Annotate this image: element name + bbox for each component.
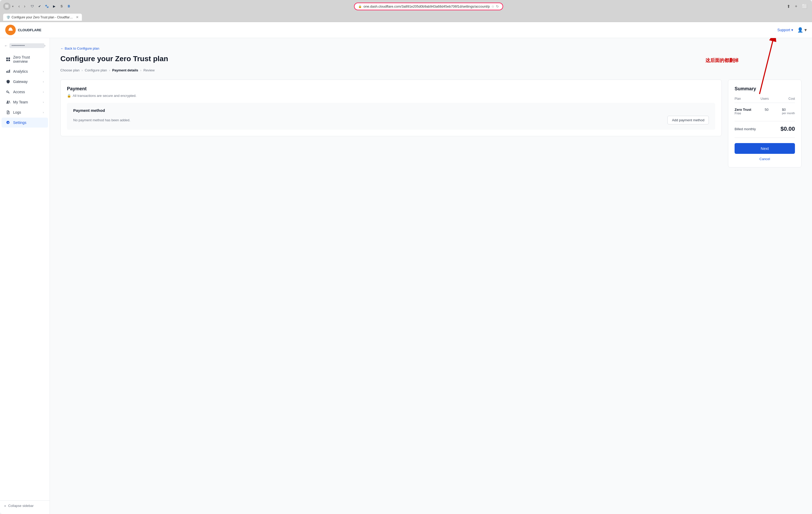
payment-subtitle: 🔒 All transactions are secure and encryp… xyxy=(67,94,715,98)
support-chevron-icon: ▾ xyxy=(791,28,793,32)
browser-controls: ⬜ ▾ xyxy=(3,3,13,10)
plan-name: Zero Trust xyxy=(734,108,751,112)
content-area: ← Back to Configure plan Configure your … xyxy=(50,38,812,514)
doc-icon xyxy=(6,110,10,115)
key-icon xyxy=(6,89,10,94)
sidebar-item-analytics[interactable]: Analytics › xyxy=(2,66,48,76)
summary-row: Zero Trust Free 50 $0 per month xyxy=(734,106,795,117)
people-icon xyxy=(6,100,10,105)
tab-close-icon[interactable]: ✕ xyxy=(76,15,79,19)
svg-rect-2 xyxy=(8,57,10,59)
add-payment-method-button[interactable]: Add payment method xyxy=(667,116,709,124)
breadcrumb-configure-plan[interactable]: Configure plan xyxy=(85,68,107,72)
ext-s-icon[interactable]: S xyxy=(59,3,65,9)
sidebar-item-label: Settings xyxy=(13,120,44,125)
summary-divider xyxy=(734,121,795,121)
lock-small-icon: 🔒 xyxy=(67,94,71,98)
collapse-sidebar-btn[interactable]: « Collapse sidebar xyxy=(4,504,46,508)
back-arrow-icon[interactable]: ← xyxy=(4,44,8,48)
sidebar-item-zero-trust-overview[interactable]: Zero Trust overview xyxy=(2,53,48,66)
browser-tab[interactable]: 🛡️ Configure your Zero Trust plan - Clou… xyxy=(3,13,82,21)
lock-icon: 🔒 xyxy=(358,5,362,8)
plan-name-cell: Zero Trust Free xyxy=(734,108,751,115)
no-payment-row: No payment method has been added. Add pa… xyxy=(73,116,709,124)
ext-dog-icon[interactable]: 🐾 xyxy=(44,3,50,9)
reload-icon[interactable]: ↻ xyxy=(496,4,499,8)
svg-point-5 xyxy=(6,91,8,92)
sidebar-item-label: Zero Trust overview xyxy=(13,55,44,63)
col-cost-header: Cost xyxy=(788,97,795,101)
collapse-icon: « xyxy=(4,504,6,508)
browser-actions: ⬆ + ⬜ xyxy=(785,3,809,10)
sidebar-item-my-team[interactable]: My Team › xyxy=(2,97,48,107)
tabs-btn[interactable]: ⬜ xyxy=(801,3,809,10)
back-link-text: ← Back to Configure plan xyxy=(60,47,99,50)
grid-icon xyxy=(6,57,10,62)
main-layout: ← •••••••••••• › Zero Trust overview xyxy=(0,38,812,514)
side-col: Summary Plan Users Cost Zero Trust xyxy=(728,80,802,168)
tab-title: Configure your Zero Trust plan - Cloudfl… xyxy=(11,16,73,19)
ext-play-icon[interactable]: ▶ xyxy=(51,3,57,9)
payment-subtitle-text: All transactions are secure and encrypte… xyxy=(73,94,137,98)
cloudflare-logo: CLOUDFLARE xyxy=(5,25,41,35)
ext-b-icon[interactable]: B xyxy=(66,3,72,9)
chevron-right-icon: › xyxy=(43,111,44,114)
forward-browser-btn[interactable]: › xyxy=(22,3,27,10)
col-users-header: Users xyxy=(760,97,769,101)
sidebar-item-settings[interactable]: Settings xyxy=(2,118,48,127)
bookmark-icon[interactable]: ☆ xyxy=(491,4,494,8)
sidebar-toggle-btn[interactable]: ⬜ xyxy=(3,3,10,10)
breadcrumb-review[interactable]: Review xyxy=(144,68,155,72)
address-bar-container: 🔒 one.dash.cloudflare.com/3a891e205d0b9a… xyxy=(74,3,783,10)
cost-value: $0 xyxy=(782,108,795,112)
next-button[interactable]: Next xyxy=(734,143,795,154)
tab-bar: 🛡️ Configure your Zero Trust plan - Clou… xyxy=(0,12,812,22)
url-text[interactable]: one.dash.cloudflare.com/3a891e205d0b9ab9… xyxy=(364,4,490,8)
sidebar-item-label: Logs xyxy=(13,110,40,114)
breadcrumb-sep-3: › xyxy=(140,68,141,72)
sidebar-account: ← •••••••••••• › xyxy=(0,41,50,50)
cloudflare-wordmark: CLOUDFLARE xyxy=(18,28,41,32)
sidebar-item-label: Gateway xyxy=(13,80,40,84)
users-count-cell: 50 xyxy=(765,108,768,112)
support-label: Support xyxy=(777,28,790,32)
support-button[interactable]: Support ▾ xyxy=(777,28,793,32)
payment-method-title: Payment method xyxy=(73,108,709,113)
account-chevron-icon[interactable]: › xyxy=(45,44,46,48)
svg-rect-4 xyxy=(8,60,10,61)
header-right: Support ▾ 👤 ▾ xyxy=(777,27,807,33)
app-container: CLOUDFLARE Support ▾ 👤 ▾ ← •••••••••••• … xyxy=(0,22,812,514)
collapse-label: Collapse sidebar xyxy=(8,504,34,508)
sidebar-item-access[interactable]: Access › xyxy=(2,87,48,97)
payment-method-section: Payment method No payment method has bee… xyxy=(67,103,715,130)
sidebar-item-logs[interactable]: Logs › xyxy=(2,107,48,117)
no-payment-text: No payment method has been added. xyxy=(73,118,130,122)
back-browser-btn[interactable]: ‹ xyxy=(17,3,21,10)
ext-check-icon[interactable]: ✔ xyxy=(36,3,43,9)
address-bar[interactable]: 🔒 one.dash.cloudflare.com/3a891e205d0b9a… xyxy=(354,3,503,10)
chevron-right-icon: › xyxy=(43,90,44,93)
chart-icon xyxy=(6,69,10,74)
summary-card: Summary Plan Users Cost Zero Trust xyxy=(728,80,802,168)
share-btn[interactable]: ⬆ xyxy=(785,3,792,10)
svg-point-6 xyxy=(7,101,8,102)
back-to-configure-link[interactable]: ← Back to Configure plan xyxy=(60,47,802,50)
sidebar-item-label: Analytics xyxy=(13,69,40,74)
svg-rect-1 xyxy=(6,57,8,59)
cancel-link[interactable]: Cancel xyxy=(734,157,795,161)
app-header: CLOUDFLARE Support ▾ 👤 ▾ xyxy=(0,22,812,38)
main-col: Payment 🔒 All transactions are secure an… xyxy=(60,80,722,168)
breadcrumb-sep-1: › xyxy=(82,68,83,72)
summary-title: Summary xyxy=(734,86,795,92)
account-name[interactable]: •••••••••••• xyxy=(9,43,45,48)
breadcrumb-payment-details[interactable]: Payment details xyxy=(112,68,138,72)
ext-shield-icon[interactable]: 🛡 xyxy=(29,3,35,9)
col-plan-header: Plan xyxy=(734,97,741,101)
new-tab-btn[interactable]: + xyxy=(793,3,799,10)
breadcrumb-sep-2: › xyxy=(109,68,110,72)
summary-header: Plan Users Cost xyxy=(734,97,795,103)
billed-label: Billed monthly xyxy=(734,127,756,131)
sidebar-item-gateway[interactable]: Gateway › xyxy=(2,77,48,87)
breadcrumb-choose-plan[interactable]: Choose plan xyxy=(60,68,80,72)
user-menu-button[interactable]: 👤 ▾ xyxy=(797,27,807,33)
